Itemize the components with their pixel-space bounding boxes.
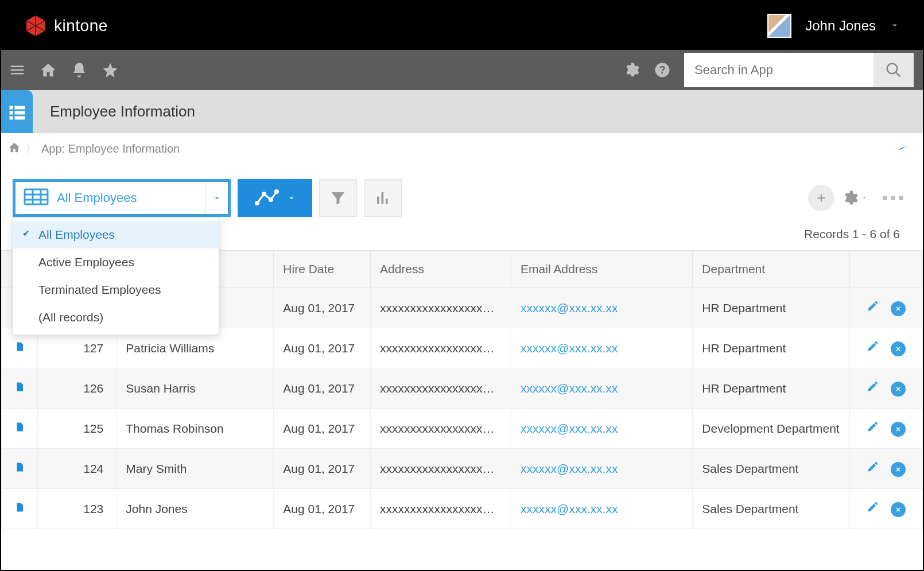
- view-option[interactable]: All Employees: [13, 221, 219, 248]
- svg-rect-6: [25, 189, 48, 204]
- app-icon[interactable]: [1, 90, 33, 133]
- filter-button[interactable]: [319, 179, 357, 217]
- gear-icon[interactable]: [622, 61, 640, 79]
- row-name: Susan Harris: [117, 368, 274, 409]
- menu-icon[interactable]: [8, 61, 26, 79]
- delete-button[interactable]: [891, 422, 906, 437]
- edit-button[interactable]: [867, 462, 879, 475]
- search-box: [684, 53, 914, 87]
- chevron-down-icon: [890, 18, 900, 34]
- global-toolbar: ?: [1, 50, 923, 90]
- row-actions: [850, 449, 923, 489]
- row-icon: [2, 409, 38, 449]
- row-hire: Aug 01, 2017: [274, 368, 371, 409]
- table-row[interactable]: 124 Mary Smith Aug 01, 2017 xxxxxxxxxxxx…: [2, 449, 923, 489]
- app-settings-button[interactable]: [841, 189, 868, 207]
- breadcrumb-home-icon[interactable]: [8, 141, 21, 157]
- row-address: xxxxxxxxxxxxxxxxx…: [371, 328, 511, 368]
- col-actions: [850, 251, 923, 288]
- chart-view-button[interactable]: [238, 179, 312, 217]
- row-department: Sales Department: [693, 489, 850, 529]
- bar-chart-button[interactable]: [364, 179, 402, 217]
- row-id: 125: [38, 409, 117, 449]
- brand-name: kintone: [54, 17, 108, 35]
- row-actions: [850, 328, 923, 368]
- row-actions: [850, 489, 923, 529]
- row-address: xxxxxxxxxxxxxxxxx…: [371, 449, 511, 489]
- col-hire[interactable]: Hire Date: [274, 251, 371, 288]
- table-row[interactable]: 125 Thomas Robinson Aug 01, 2017 xxxxxxx…: [2, 409, 923, 449]
- row-department: Development Department: [693, 409, 850, 449]
- view-option[interactable]: Active Employees: [13, 248, 219, 276]
- brand-logo[interactable]: kintone: [24, 14, 108, 37]
- col-dep[interactable]: Department: [693, 251, 850, 288]
- help-icon[interactable]: ?: [653, 61, 671, 79]
- row-hire: Aug 01, 2017: [274, 409, 371, 449]
- pin-icon[interactable]: [896, 142, 908, 156]
- table-icon: [24, 188, 49, 208]
- table-row[interactable]: 126 Susan Harris Aug 01, 2017 xxxxxxxxxx…: [2, 368, 923, 409]
- row-hire: Aug 01, 2017: [274, 489, 371, 529]
- view-option[interactable]: Terminated Employees: [13, 276, 219, 304]
- search-button[interactable]: [873, 53, 914, 87]
- edit-button[interactable]: [867, 341, 879, 355]
- view-selector[interactable]: All Employees: [13, 179, 231, 217]
- delete-button[interactable]: [891, 301, 906, 316]
- row-id: 124: [38, 449, 117, 489]
- row-department: HR Department: [693, 328, 850, 368]
- breadcrumb-separator: 〉: [25, 141, 37, 157]
- row-email[interactable]: xxxxxx@xxx.xx.xx: [511, 288, 693, 328]
- row-hire: Aug 01, 2017: [274, 288, 371, 328]
- row-address: xxxxxxxxxxxxxxxxx…: [371, 368, 511, 409]
- row-department: HR Department: [693, 288, 850, 328]
- chevron-down-icon: [861, 193, 868, 203]
- star-icon[interactable]: [101, 61, 119, 79]
- bell-icon[interactable]: [70, 61, 88, 79]
- row-actions: [850, 409, 923, 449]
- delete-button[interactable]: [891, 462, 906, 477]
- row-name: John Jones: [117, 489, 274, 529]
- svg-text:?: ?: [659, 64, 666, 76]
- row-department: Sales Department: [693, 449, 850, 489]
- edit-button[interactable]: [867, 422, 879, 435]
- view-option[interactable]: (All records): [13, 304, 219, 331]
- app-title-bar: Employee Information: [1, 90, 923, 133]
- view-toolbar: All Employees All Employees Active Emplo…: [1, 165, 923, 223]
- row-address: xxxxxxxxxxxxxxxxx…: [371, 489, 511, 529]
- chevron-down-icon: [205, 182, 228, 214]
- page-title: Employee Information: [50, 103, 195, 121]
- table-row[interactable]: 123 John Jones Aug 01, 2017 xxxxxxxxxxxx…: [2, 489, 923, 529]
- user-menu[interactable]: John Jones: [767, 14, 900, 38]
- row-address: xxxxxxxxxxxxxxxxx…: [371, 288, 511, 328]
- row-actions: [850, 368, 923, 409]
- user-name: John Jones: [805, 18, 876, 34]
- avatar: [767, 14, 791, 38]
- edit-button[interactable]: [867, 382, 879, 395]
- edit-button[interactable]: [867, 502, 879, 515]
- row-email[interactable]: xxxxxx@xxx.xx.xx: [511, 409, 693, 449]
- row-email[interactable]: xxxxxx@xxx.xx.xx: [511, 449, 693, 489]
- search-input[interactable]: [684, 63, 873, 77]
- global-header: kintone John Jones: [1, 1, 923, 50]
- chevron-down-icon: [287, 193, 296, 203]
- row-icon: [2, 449, 38, 489]
- home-icon[interactable]: [39, 61, 57, 79]
- col-addr[interactable]: Address: [371, 251, 511, 288]
- add-button[interactable]: [808, 185, 834, 211]
- row-hire: Aug 01, 2017: [274, 449, 371, 489]
- edit-button[interactable]: [867, 301, 879, 314]
- more-button[interactable]: [875, 196, 911, 200]
- row-id: 126: [38, 368, 117, 409]
- row-email[interactable]: xxxxxx@xxx.xx.xx: [511, 328, 693, 368]
- delete-button[interactable]: [891, 382, 906, 397]
- row-name: Mary Smith: [117, 449, 274, 489]
- col-email[interactable]: Email Address: [511, 251, 693, 288]
- delete-button[interactable]: [891, 341, 906, 356]
- delete-button[interactable]: [891, 502, 906, 517]
- row-email[interactable]: xxxxxx@xxx.xx.xx: [511, 489, 693, 529]
- row-icon: [2, 489, 38, 529]
- row-id: 123: [38, 489, 117, 529]
- breadcrumb: 〉 App: Employee Information: [1, 133, 923, 165]
- row-email[interactable]: xxxxxx@xxx.xx.xx: [511, 368, 693, 409]
- line-chart-icon: [254, 188, 279, 208]
